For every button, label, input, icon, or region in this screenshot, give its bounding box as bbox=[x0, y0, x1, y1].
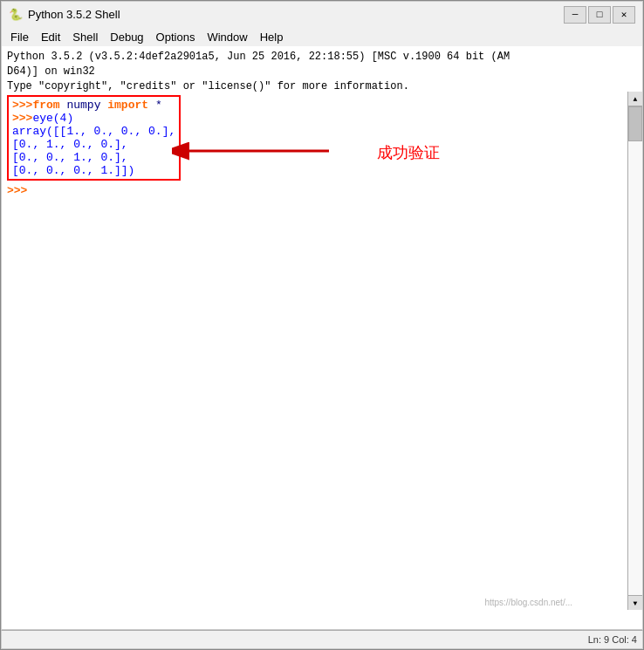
menu-help[interactable]: Help bbox=[255, 29, 289, 45]
success-annotation: 成功验证 bbox=[377, 142, 440, 163]
code-text-1: from numpy import * bbox=[32, 99, 161, 112]
scroll-track[interactable] bbox=[628, 106, 642, 595]
cursor-position: Ln: 9 Col: 4 bbox=[588, 634, 637, 645]
python-icon: 🐍 bbox=[9, 8, 23, 22]
close-button[interactable]: ✕ bbox=[613, 6, 635, 24]
code-text-2: eye(4) bbox=[32, 112, 73, 125]
menu-edit[interactable]: Edit bbox=[36, 29, 65, 45]
final-prompt-line: >>> bbox=[7, 184, 637, 197]
menu-debug[interactable]: Debug bbox=[105, 29, 148, 45]
arrow-svg bbox=[172, 129, 346, 173]
shell-content[interactable]: Python 3.5.2 (v3.5.2:4def2a2901a5, Jun 2… bbox=[1, 46, 643, 630]
title-left: 🐍 Python 3.5.2 Shell bbox=[9, 8, 120, 22]
scroll-down-button[interactable]: ▼ bbox=[628, 595, 642, 610]
final-prompt: >>> bbox=[7, 184, 27, 197]
output-line-2: [0., 1., 0., 0.], bbox=[12, 138, 175, 151]
arrow-annotation bbox=[172, 129, 346, 176]
prompt-1: >>> bbox=[12, 99, 32, 112]
output-line-3: [0., 0., 1., 0.], bbox=[12, 151, 175, 164]
code-line-1: >>> from numpy import * bbox=[12, 99, 175, 112]
watermark: https://blog.csdn.net/... bbox=[484, 598, 572, 607]
code-line-2: >>> eye(4) bbox=[12, 112, 175, 125]
maximize-button[interactable]: □ bbox=[588, 6, 611, 24]
scroll-thumb[interactable] bbox=[628, 106, 642, 141]
info-line3: Type "copyright", "credits" or "license(… bbox=[7, 79, 637, 94]
menu-window[interactable]: Window bbox=[202, 29, 252, 45]
status-bar: Ln: 9 Col: 4 bbox=[1, 630, 643, 649]
title-bar: 🐍 Python 3.5.2 Shell ─ □ ✕ bbox=[1, 1, 643, 27]
info-line2: D64)] on win32 bbox=[7, 65, 637, 79]
menu-shell[interactable]: Shell bbox=[67, 29, 103, 45]
python-info: Python 3.5.2 (v3.5.2:4def2a2901a5, Jun 2… bbox=[7, 50, 637, 93]
menu-options[interactable]: Options bbox=[151, 29, 201, 45]
info-line1: Python 3.5.2 (v3.5.2:4def2a2901a5, Jun 2… bbox=[7, 50, 637, 65]
prompt-2: >>> bbox=[12, 112, 32, 125]
code-box: >>> from numpy import * >>> eye(4) array… bbox=[7, 95, 181, 181]
vertical-scrollbar[interactable]: ▲ ▼ bbox=[627, 92, 642, 610]
python-shell-window: 🐍 Python 3.5.2 Shell ─ □ ✕ File Edit She… bbox=[0, 0, 644, 650]
menu-bar: File Edit Shell Debug Options Window Hel… bbox=[1, 27, 643, 46]
scroll-up-button[interactable]: ▲ bbox=[628, 92, 642, 106]
menu-file[interactable]: File bbox=[5, 29, 34, 45]
output-line-1: array([[1., 0., 0., 0.], bbox=[12, 125, 175, 138]
window-controls: ─ □ ✕ bbox=[564, 6, 635, 24]
output-line-4: [0., 0., 0., 1.]]) bbox=[12, 164, 175, 177]
minimize-button[interactable]: ─ bbox=[564, 6, 586, 24]
window-title: Python 3.5.2 Shell bbox=[28, 8, 120, 21]
